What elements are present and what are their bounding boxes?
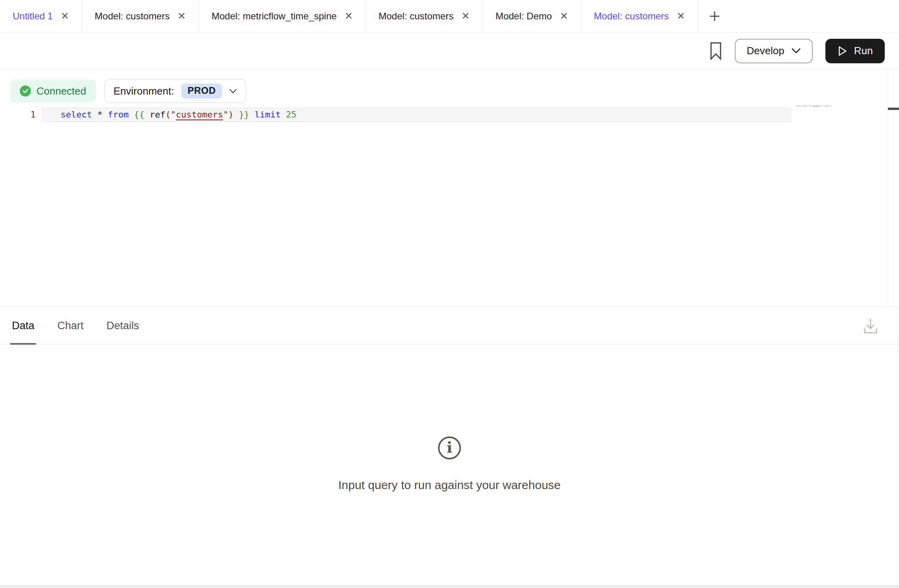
code-token: ref [150, 110, 165, 119]
tab-label: Model: customers [95, 11, 169, 22]
minimap-line: select * from {{ ref("customers") }} lim… [796, 105, 802, 107]
run-button[interactable]: Run [825, 39, 885, 63]
code-token: select [796, 105, 801, 107]
bookmark-button[interactable] [709, 42, 722, 60]
check-icon [20, 85, 31, 97]
horizontal-scrollbar[interactable] [0, 585, 899, 588]
info-icon: i [438, 436, 461, 459]
play-icon [837, 46, 848, 57]
code-token: " [171, 110, 176, 119]
code-token: limit [825, 105, 829, 107]
develop-button[interactable]: Develop [735, 39, 813, 63]
environment-selector[interactable]: Environment: PROD [104, 79, 247, 103]
code-token [102, 110, 108, 119]
ref-model-link[interactable]: customers [813, 105, 820, 107]
code-token: select [61, 110, 92, 119]
code-token: 25 [286, 110, 297, 119]
code-token [249, 110, 254, 119]
develop-button-label: Develop [747, 45, 784, 57]
chevron-down-icon [791, 48, 801, 54]
info-icon-glyph: i [447, 440, 452, 455]
code-token: ) [228, 110, 233, 119]
chevron-down-icon [229, 89, 237, 94]
empty-state-message: Input query to run against your warehous… [338, 478, 561, 492]
new-tab-button[interactable] [698, 0, 731, 32]
code-token: {{ [134, 110, 144, 119]
connection-status-badge: Connected [10, 80, 96, 102]
results-panel: DataChartDetails i Input query to run ag… [0, 307, 899, 588]
download-button[interactable] [863, 318, 878, 336]
line-number: 1 [0, 108, 36, 121]
tab-bar-tabs: Untitled 1✕Model: customers✕Model: metri… [0, 0, 698, 32]
ref-model-link[interactable]: customers [176, 110, 223, 119]
editor-tab[interactable]: Model: customers✕ [581, 0, 698, 32]
plus-icon [708, 10, 721, 23]
close-tab-icon[interactable]: ✕ [560, 11, 568, 21]
editor-tab[interactable]: Untitled 1✕ [0, 0, 82, 32]
code-token: ( [165, 110, 171, 119]
close-tab-icon[interactable]: ✕ [345, 11, 353, 21]
code-editor-line: 1 select * from {{ ref("customers") }} l… [0, 108, 899, 122]
empty-state: i Input query to run against your wareho… [0, 436, 899, 492]
editor-tab[interactable]: Model: Demo✕ [483, 0, 581, 32]
code-token [92, 110, 97, 119]
tab-label: Untitled 1 [13, 11, 53, 22]
tab-bar: Untitled 1✕Model: customers✕Model: metri… [0, 0, 899, 32]
code-token: from [108, 110, 129, 119]
code-token [129, 110, 134, 119]
editor-scrollbar[interactable] [888, 70, 899, 307]
editor-tab[interactable]: Model: customers✕ [366, 0, 483, 32]
close-tab-icon[interactable]: ✕ [178, 11, 186, 21]
results-tab-label: Details [106, 320, 139, 332]
close-tab-icon[interactable]: ✕ [677, 11, 685, 21]
status-bar: Connected Environment: PROD [10, 79, 246, 103]
editor-minimap[interactable]: select * from {{ ref("customers") }} lim… [796, 105, 836, 111]
code-token [233, 110, 239, 119]
code-line-content[interactable]: select * from {{ ref("customers") }} lim… [42, 108, 791, 122]
results-right-border [897, 307, 898, 585]
tab-label: Model: metricflow_time_spine [212, 11, 337, 22]
environment-value-badge: PROD [181, 83, 222, 99]
results-tab-label: Data [12, 320, 34, 332]
tab-label: Model: Demo [495, 11, 552, 22]
results-tab-label: Chart [57, 320, 83, 332]
connection-status-label: Connected [36, 85, 86, 97]
close-tab-icon[interactable]: ✕ [61, 11, 69, 21]
bookmark-icon [709, 42, 722, 60]
editor-scrollbar-thumb[interactable] [888, 108, 899, 110]
toolbar: Develop Run [0, 33, 899, 69]
code-token: limit [254, 110, 281, 119]
results-tabs: DataChartDetails [12, 307, 139, 344]
tab-label: Model: customers [379, 11, 453, 22]
download-icon [863, 318, 878, 334]
code-token [281, 110, 286, 119]
code-token: * [97, 110, 102, 119]
sql-editor: Connected Environment: PROD 1 select * f… [0, 70, 899, 307]
code-token: from [803, 105, 806, 107]
code-token: " [223, 110, 228, 119]
tab-label: Model: customers [594, 11, 669, 22]
run-button-label: Run [854, 45, 873, 57]
results-tab-chart[interactable]: Chart [57, 307, 83, 344]
results-tab-data[interactable]: Data [12, 307, 34, 344]
editor-tab[interactable]: Model: metricflow_time_spine✕ [199, 0, 366, 32]
results-tab-details[interactable]: Details [106, 307, 139, 344]
code-token [144, 110, 150, 119]
code-token: }} [239, 110, 249, 119]
editor-tab[interactable]: Model: customers✕ [82, 0, 199, 32]
environment-label: Environment: [114, 85, 174, 97]
close-tab-icon[interactable]: ✕ [461, 11, 470, 21]
results-tab-bar: DataChartDetails [0, 307, 899, 345]
code-token: 25 [829, 105, 831, 107]
